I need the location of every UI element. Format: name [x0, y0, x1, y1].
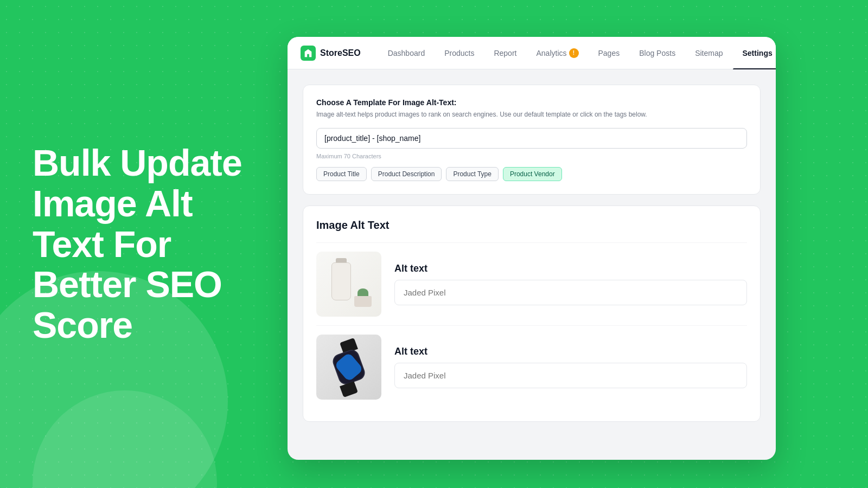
alt-field-group-1: Alt text — [394, 263, 747, 305]
product-row-1: Alt text — [316, 242, 747, 325]
tag-product-vendor[interactable]: Product Vendor — [503, 167, 562, 181]
bottle-shape — [331, 262, 351, 300]
hero-section: Bulk Update Image Alt Text For Better SE… — [0, 0, 282, 488]
alt-field-group-2: Alt text — [394, 346, 747, 388]
template-input[interactable] — [316, 128, 747, 149]
tab-blog-posts[interactable]: Blog Posts — [629, 37, 685, 69]
top-bar: StoreSEO Dashboard Products Report Analy… — [288, 37, 776, 69]
alt-input-1[interactable] — [394, 280, 747, 305]
tab-dashboard[interactable]: Dashboard — [378, 37, 435, 69]
char-limit-text: Maximum 70 Characters — [316, 153, 747, 159]
tag-product-type[interactable]: Product Type — [446, 167, 499, 181]
tag-product-title[interactable]: Product Title — [316, 167, 367, 181]
plant-pot — [354, 291, 372, 307]
alt-label-1: Alt text — [394, 263, 747, 274]
template-section: Choose A Template For Image Alt-Text: Im… — [303, 85, 761, 195]
app-card: StoreSEO Dashboard Products Report Analy… — [288, 37, 776, 460]
tag-product-description[interactable]: Product Description — [371, 167, 442, 181]
tag-row: Product Title Product Description Produc… — [316, 167, 747, 181]
main-content: Choose A Template For Image Alt-Text: Im… — [288, 69, 776, 460]
alt-text-section: Image Alt Text Alt text — [303, 206, 761, 422]
tab-analytics[interactable]: Analytics ! — [526, 37, 588, 69]
tab-sitemap[interactable]: Sitemap — [685, 37, 732, 69]
template-section-subtitle: Image alt-text helps product images to r… — [316, 110, 747, 119]
logo-icon — [301, 46, 316, 61]
template-section-title: Choose A Template For Image Alt-Text: — [316, 98, 747, 107]
watch-screen — [334, 352, 364, 382]
logo-area: StoreSEO — [301, 46, 361, 61]
product-image-2 — [316, 335, 381, 400]
nav-tabs: Dashboard Products Report Analytics ! Pa… — [378, 37, 776, 69]
tab-products[interactable]: Products — [435, 37, 484, 69]
alt-input-2[interactable] — [394, 363, 747, 388]
pot-body — [354, 296, 372, 307]
alt-label-2: Alt text — [394, 346, 747, 357]
product-row-2: Alt text — [316, 325, 747, 408]
tab-report[interactable]: Report — [484, 37, 526, 69]
alt-text-section-title: Image Alt Text — [316, 219, 747, 232]
hero-title: Bulk Update Image Alt Text For Better SE… — [33, 143, 260, 345]
tab-pages[interactable]: Pages — [589, 37, 630, 69]
tab-settings[interactable]: Settings — [733, 37, 776, 69]
logo-text: StoreSEO — [320, 48, 361, 58]
product-image-1 — [316, 252, 381, 317]
analytics-badge: ! — [569, 48, 579, 58]
watch-body — [331, 348, 367, 387]
logo-svg — [303, 48, 313, 58]
